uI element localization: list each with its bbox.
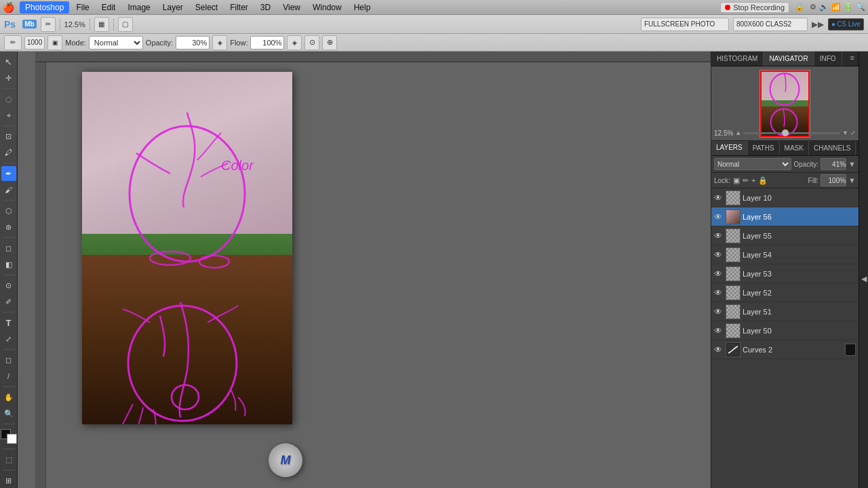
menu-item-file[interactable]: File xyxy=(71,1,94,14)
canvas-background: Color xyxy=(82,72,292,424)
brush-toggle-btn[interactable]: ▣ xyxy=(47,35,62,50)
cslive-button[interactable]: ● CS Live xyxy=(828,18,864,30)
layer-item[interactable]: 👁 Layer 54 xyxy=(711,245,859,264)
tool-pen[interactable]: ✐ xyxy=(1,294,16,309)
menu-item-help[interactable]: Help xyxy=(349,1,376,14)
opacity-input[interactable] xyxy=(176,36,210,49)
histogram-tab[interactable]: HISTOGRAM xyxy=(711,52,764,66)
navigator-tab[interactable]: NAVIGATOR xyxy=(764,52,814,66)
lock-pixels-btn[interactable]: ▣ xyxy=(733,176,740,185)
tool-history[interactable]: ⊛ xyxy=(1,220,16,235)
layer-item[interactable]: 👁 Layer 52 xyxy=(711,283,859,302)
tool-lasso[interactable]: ◌ xyxy=(1,92,16,106)
fill-arrow[interactable]: ▼ xyxy=(848,176,856,184)
flow-input[interactable] xyxy=(250,36,284,49)
layer-item[interactable]: 👁 Curves 2 xyxy=(711,340,859,359)
tool-select-arrow[interactable]: ↖ xyxy=(1,54,16,69)
menu-item-filter[interactable]: Filter xyxy=(224,1,254,14)
tool-heal[interactable]: ✒ xyxy=(1,166,16,181)
menu-item-image[interactable]: Image xyxy=(122,1,155,14)
layer-item[interactable]: 👁 Layer 53 xyxy=(711,264,859,283)
tool-quickmask[interactable]: ⬚ xyxy=(1,452,16,467)
blend-mode-select[interactable]: Normal Multiply Screen xyxy=(714,158,791,170)
tool-shape[interactable]: ◻ xyxy=(1,352,16,367)
layer-visibility-toggle[interactable]: 👁 xyxy=(714,269,724,279)
menu-item-edit[interactable]: Edit xyxy=(96,1,121,14)
flow-pressure-btn[interactable]: ◈ xyxy=(287,35,302,50)
divider-11 xyxy=(3,449,15,449)
opacity-pressure-btn[interactable]: ◈ xyxy=(212,35,227,50)
recording-badge[interactable]: Stop Recording xyxy=(720,2,789,13)
tool-crop[interactable]: ⊡ xyxy=(1,129,16,144)
tool-eraser[interactable]: ◻ xyxy=(1,241,16,256)
menu-item-window[interactable]: Window xyxy=(307,1,347,14)
lock-lock-btn[interactable]: 🔒 xyxy=(758,176,768,185)
doc-toggle[interactable]: ▢ xyxy=(118,17,133,32)
menu-item-3d[interactable]: 3D xyxy=(255,1,276,14)
paths-tab[interactable]: PATHS xyxy=(748,141,780,155)
tool-line[interactable]: / xyxy=(1,369,16,384)
tool-stamp[interactable]: ⬡ xyxy=(1,203,16,218)
brush-extra-btn[interactable]: ⊕ xyxy=(322,35,337,50)
panel-collapse-btn[interactable]: ◀ xyxy=(859,52,868,488)
preset-name-input[interactable] xyxy=(641,18,729,31)
layer-visibility-toggle[interactable]: 👁 xyxy=(714,345,724,354)
apple-menu[interactable]: 🍎 xyxy=(3,2,14,13)
mode-select[interactable]: Normal Dissolve Multiply xyxy=(89,36,143,49)
lock-all-btn[interactable]: + xyxy=(751,176,755,184)
airbrush-btn[interactable]: ⊙ xyxy=(304,35,319,50)
layer-visibility-toggle[interactable]: 👁 xyxy=(714,250,724,260)
layer-visibility-toggle[interactable]: 👁 xyxy=(714,307,724,317)
layer-visibility-toggle[interactable]: 👁 xyxy=(714,231,724,241)
tool-gradient[interactable]: ◧ xyxy=(1,257,16,272)
color-selector[interactable] xyxy=(1,429,17,444)
layer-item[interactable]: 👁 Layer 55 xyxy=(711,226,859,245)
layer-item-selected[interactable]: 👁 Layer 56 xyxy=(711,207,859,226)
menu-item-photoshop[interactable]: Photoshop xyxy=(20,1,69,14)
tool-hand[interactable]: ✋ xyxy=(1,390,16,405)
layer-visibility-toggle[interactable]: 👁 xyxy=(714,193,724,203)
nav-expand[interactable]: ⤢ xyxy=(850,129,856,136)
layers-lock-row: Lock: ▣ ✏ + 🔒 Fill: ▼ xyxy=(711,173,859,188)
opacity-arrow[interactable]: ▼ xyxy=(848,160,856,168)
background-color[interactable] xyxy=(7,434,17,444)
navigator-zoom-bar: 12.5% ▲ ▼ ⤢ xyxy=(714,128,856,138)
nav-zoom-slider[interactable] xyxy=(743,132,840,134)
nav-slider-thumb xyxy=(782,129,789,136)
tool-eyedrop[interactable]: 🖍 xyxy=(1,145,16,160)
menu-item-layer[interactable]: Layer xyxy=(157,1,189,14)
tool-view-mode[interactable]: ⊞ xyxy=(1,473,16,488)
tool-zoom[interactable]: 🔍 xyxy=(1,406,16,421)
brush-tool-btn[interactable]: ✏ xyxy=(41,17,56,32)
tool-select-move[interactable]: ✛ xyxy=(1,70,16,85)
layer-item[interactable]: 👁 Layer 10 xyxy=(711,188,859,207)
channels-tab[interactable]: CHANNELS xyxy=(809,141,856,155)
tool-lasso-poly[interactable]: ⌖ xyxy=(1,108,16,123)
layer-visibility-toggle[interactable]: 👁 xyxy=(714,288,724,298)
fill-input[interactable] xyxy=(821,174,846,186)
mask-tab[interactable]: MASK xyxy=(780,141,809,155)
lock-position-btn[interactable]: ✏ xyxy=(743,176,749,185)
layer-item[interactable]: 👁 Layer 50 xyxy=(711,321,859,340)
divider-3 xyxy=(3,163,15,163)
info-tab[interactable]: INFO xyxy=(814,52,842,66)
preset-size-input[interactable] xyxy=(733,18,808,31)
tool-brush[interactable]: 🖌 xyxy=(1,182,16,197)
layer-visibility-toggle[interactable]: 👁 xyxy=(714,212,724,222)
tool-path-select[interactable]: ⤢ xyxy=(1,331,16,346)
tool-type[interactable]: T xyxy=(1,315,16,330)
nav-zoom-minus[interactable]: ▲ xyxy=(735,129,741,136)
navigator-collapse-btn[interactable]: ≡ xyxy=(846,52,859,66)
preset-arrow-btn[interactable]: ▶▶ xyxy=(812,20,824,29)
brush-preset-btn[interactable]: ✏ xyxy=(4,35,22,50)
tool-dodge[interactable]: ⊙ xyxy=(1,278,16,293)
flow-label: Flow: xyxy=(230,39,248,47)
layers-tab[interactable]: LAYERS xyxy=(711,141,748,155)
layer-item[interactable]: 👁 Layer 51 xyxy=(711,302,859,321)
menu-item-select[interactable]: Select xyxy=(190,1,223,14)
nav-zoom-plus[interactable]: ▼ xyxy=(842,129,848,136)
menu-item-view[interactable]: View xyxy=(277,1,306,14)
view-toggle[interactable]: ▦ xyxy=(94,17,109,32)
layer-opacity-input[interactable] xyxy=(821,158,846,170)
layer-visibility-toggle[interactable]: 👁 xyxy=(714,326,724,336)
